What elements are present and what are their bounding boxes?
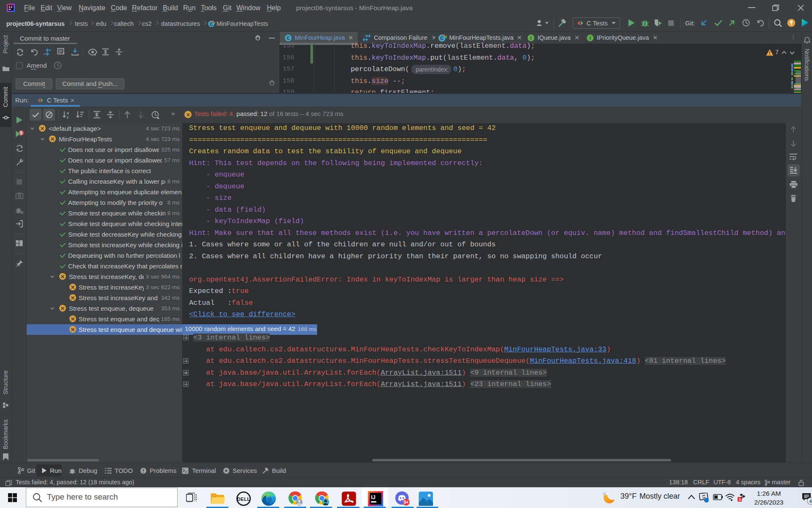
svg-text:9+: 9+ [403,500,409,505]
svg-text:I: I [590,36,591,40]
svg-text:C: C [210,22,213,27]
svg-text:DELL: DELL [237,497,250,502]
svg-text:3: 3 [739,497,741,502]
svg-text:9: 9 [20,131,22,135]
svg-text:IJ: IJ [8,6,12,9]
svg-text:C: C [440,36,444,41]
svg-text:I: I [530,36,532,40]
svg-text:z: z [67,115,69,119]
svg-text:IJ: IJ [371,494,376,500]
svg-text:C: C [287,36,290,40]
